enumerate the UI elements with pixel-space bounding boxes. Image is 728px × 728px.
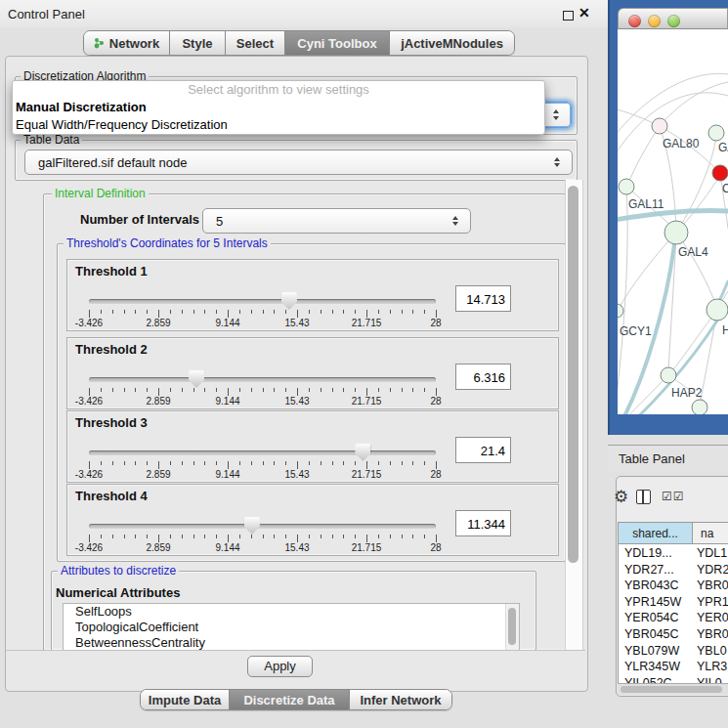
tab-impute-data[interactable]: Impute Data [141,690,229,709]
slider-track[interactable] [89,524,436,529]
tick-mark [112,310,113,314]
table-hscrollbar[interactable] [618,683,728,695]
tick-mark [343,535,344,538]
network-canvas[interactable]: GAL80GACGAL11GAL4GCY1HHAP2 [618,29,728,414]
slider-thumb[interactable] [244,517,260,535]
threshold-value-field[interactable]: 6.316 [455,364,511,390]
tab-network[interactable]: Network [84,31,169,55]
tab-select[interactable]: Select [225,31,284,55]
table-cell[interactable]: YLR3 [697,659,727,675]
attribute-item[interactable]: TopologicalCoefficient [64,620,519,635]
slider-thumb[interactable] [355,444,370,461]
tab-infer-network[interactable]: Infer Network [349,690,451,709]
threshold-value-field[interactable]: 21.4 [455,437,511,463]
float-window-button[interactable] [563,11,574,21]
tab-label: Style [182,36,212,51]
network-node-H[interactable] [707,299,728,321]
table-cell[interactable]: YPR145W [624,594,681,611]
minimize-traffic-light[interactable] [648,15,661,27]
table-cell[interactable]: YDL1 [697,545,727,562]
slider-track[interactable] [89,299,436,304]
table-cell[interactable]: YER0 [697,610,728,626]
tab-discretize-data[interactable]: Discretize Data [229,690,349,709]
slider-track[interactable] [89,450,436,455]
checkboxes-icon[interactable]: ☑☑ [662,490,685,503]
table-hscrollbar-thumb[interactable] [621,686,722,693]
tick-mark [239,535,240,538]
close-traffic-light[interactable] [628,15,641,27]
tick-mark [355,535,356,538]
table-cell[interactable]: YBL079W [624,643,679,660]
apply-button[interactable]: Apply [247,656,313,677]
panel-scrollbar-thumb[interactable] [568,186,578,563]
tab-cyni-toolbox[interactable]: Cyni Toolbox [284,31,389,55]
network-edge [676,233,716,306]
tick-mark [321,388,321,392]
tick-mark [321,310,321,314]
number-of-intervals-combo[interactable]: 5 [202,208,471,234]
close-icon[interactable]: ✕ [578,5,590,21]
slider-track[interactable] [89,377,436,382]
slider-thumb[interactable] [281,292,297,310]
tick-label: 15.43 [284,469,309,480]
slider-thumb[interactable] [189,370,204,388]
table-cell[interactable]: YDR2 [697,562,728,578]
network-node-GAL4[interactable] [664,221,688,244]
tick-mark [182,535,183,538]
network-node-GAL80[interactable] [652,118,667,134]
table-cell[interactable]: YBR043C [624,578,679,594]
table-cell[interactable]: YBR045C [624,626,679,643]
tick-mark [251,535,252,538]
popup-item-equal-width-frequency[interactable]: Equal Width/Frequency Discretization [13,116,544,134]
table-cell[interactable]: YDR27... [624,562,674,578]
gear-icon[interactable]: ⚙ [614,489,628,505]
tick-mark [182,310,183,314]
network-node-red[interactable] [712,165,728,181]
list-scrollbar-thumb[interactable] [508,608,516,645]
table-row[interactable]: YBR045CYBR0 [619,626,728,643]
column-header-name[interactable]: na [693,523,728,544]
table-cell[interactable]: YLR345W [624,659,680,675]
table-cell[interactable]: YBR0 [697,578,728,594]
tick-mark [124,535,125,538]
network-node-partial-bottom[interactable] [692,400,707,414]
table-row[interactable]: YDL19...YDL1 [619,545,728,562]
tab-style[interactable]: Style [169,31,225,55]
list-scrollbar[interactable] [505,604,519,650]
table-row[interactable]: YDR27...YDR2 [619,562,728,578]
network-node-HAP2[interactable] [661,367,676,383]
popup-item-manual-discretization[interactable]: Manual Discretization [13,99,544,116]
network-node-GCY1[interactable] [618,304,623,318]
tick-mark [135,310,136,314]
tick-mark [182,388,183,392]
table-row[interactable]: YBL079WYBL0 [619,643,728,660]
table-cell[interactable]: YBR0 [697,626,728,643]
tab-jactivemnodules[interactable]: jActiveMNodules [389,31,514,55]
table-row[interactable]: YLR345WYLR3 [619,659,728,675]
tick-mark [321,461,321,465]
network-node-GA[interactable] [708,125,724,141]
threshold-value-field[interactable]: 11.344 [455,510,511,536]
tick-mark [158,388,159,396]
attributes-list[interactable]: SelfLoopsTopologicalCoefficientBetweenne… [63,603,520,651]
column-header-shared[interactable]: shared... [619,523,693,544]
table-cell[interactable]: YPR1 [697,594,728,611]
table-cell[interactable]: YBL0 [697,643,727,660]
split-column-icon[interactable] [636,490,651,504]
tick-mark [263,388,264,392]
threshold-value-field[interactable]: 14.713 [455,285,511,312]
tick-label: 9.144 [215,542,239,553]
attribute-item[interactable]: BetweennessCentrality [64,635,519,651]
zoom-traffic-light[interactable] [667,15,680,27]
table-row[interactable]: YBR043CYBR0 [619,578,728,594]
attribute-item[interactable]: SelfLoops [64,604,519,620]
table-row[interactable]: YPR145WYPR1 [619,594,728,611]
network-node-label: GAL11 [628,197,664,211]
table-cell[interactable]: YER054C [624,610,679,626]
network-window-title-bar[interactable] [618,8,728,29]
table-cell[interactable]: YDL19... [624,545,672,562]
table-row[interactable]: YER054CYER0 [619,610,728,626]
tick-mark [274,388,275,392]
network-node-GAL11[interactable] [619,179,634,194]
table-data-combo[interactable]: galFiltered.sif default node [24,150,573,175]
